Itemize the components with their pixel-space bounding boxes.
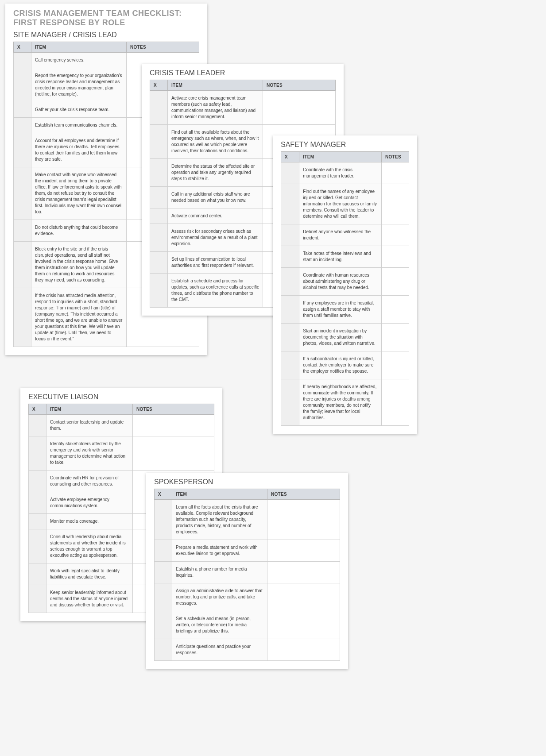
table-row: Start an incident investigation by docum… [281,324,409,351]
notes-cell[interactable] [382,296,409,324]
section-heading-crisis-team-leader: CRISIS TEAM LEADER [150,69,336,77]
checkbox-cell[interactable] [29,529,46,563]
notes-cell[interactable] [382,246,409,268]
checkbox-cell[interactable] [14,118,31,133]
checkbox-cell[interactable] [29,563,46,585]
checkbox-cell[interactable] [281,268,299,296]
table-row: Coordinate with human resources about ad… [281,268,409,296]
table-row: Set a schedule and means (in-person, wri… [155,611,340,639]
notes-cell[interactable] [382,324,409,351]
table-row: Debrief anyone who witnessed the inciden… [281,224,409,246]
item-cell: Contact senior leadership and update the… [46,415,133,436]
item-cell: Establish a schedule and process for upd… [168,274,263,308]
table-row: Learn all the facts about the crisis tha… [155,500,340,540]
notes-cell[interactable] [382,268,409,296]
checkbox-cell[interactable] [281,351,299,379]
item-cell: Coordinate with human resources about ad… [299,268,382,296]
item-cell: Start an incident investigation by docum… [299,324,382,351]
notes-cell[interactable] [382,162,409,184]
checkbox-cell[interactable] [150,91,168,125]
col-header-x: X [14,42,31,53]
checkbox-cell[interactable] [281,246,299,268]
item-cell: Activate command center. [168,208,263,224]
checkbox-cell[interactable] [155,562,172,583]
notes-cell[interactable] [263,91,336,125]
checkbox-cell[interactable] [14,102,31,118]
item-cell: Take notes of these interviews and start… [299,246,382,268]
notes-cell[interactable] [267,611,340,639]
item-cell: Monitor media coverage. [46,514,133,529]
col-header-notes: NOTES [267,489,340,500]
notes-cell[interactable] [133,436,214,471]
checkbox-cell[interactable] [14,288,31,347]
table-row: Establish a phone number for media inqui… [155,562,340,583]
table-spokesperson: X ITEM NOTES Learn all the facts about t… [154,489,340,661]
notes-cell[interactable] [267,540,340,562]
item-cell: Identify stakeholders affected by the em… [46,436,133,471]
checkbox-cell[interactable] [29,415,46,436]
item-cell: If a subcontractor is injured or killed,… [299,351,382,379]
checkbox-cell[interactable] [29,436,46,471]
notes-cell[interactable] [382,224,409,246]
notes-cell[interactable] [267,583,340,611]
checkbox-cell[interactable] [150,274,168,308]
table-row: If nearby neighborhoods are affected, co… [281,379,409,426]
item-cell: Block entry to the site and if the crisi… [31,242,127,288]
checkbox-cell[interactable] [155,639,172,661]
item-cell: Establish team communications channels. [31,118,127,133]
item-cell: If nearby neighborhoods are affected, co… [299,379,382,426]
col-header-notes: NOTES [133,404,214,415]
checkbox-cell[interactable] [155,540,172,562]
checkbox-cell[interactable] [29,585,46,613]
checkbox-cell[interactable] [150,224,168,252]
checkbox-cell[interactable] [155,611,172,639]
checkbox-cell[interactable] [155,500,172,540]
section-heading-site-manager: SITE MANAGER / CRISIS LEAD [13,31,199,39]
checkbox-cell[interactable] [150,125,168,159]
checkbox-cell[interactable] [29,492,46,514]
item-cell: Prepare a media statement and work with … [172,540,267,562]
item-cell: Set up lines of communication to local a… [168,252,263,274]
checkbox-cell[interactable] [150,187,168,208]
checkbox-cell[interactable] [29,514,46,529]
checkbox-cell[interactable] [150,159,168,187]
item-cell: Assign an administrative aide to answer … [172,583,267,611]
item-cell: Make contact with anyone who witnessed t… [31,167,127,220]
col-header-x: X [155,489,172,500]
checkbox-cell[interactable] [14,68,31,102]
item-cell: If any employees are in the hospital, as… [299,296,382,324]
notes-cell[interactable] [382,184,409,224]
notes-cell[interactable] [382,351,409,379]
checkbox-cell[interactable] [281,224,299,246]
checkbox-cell[interactable] [150,252,168,274]
section-heading-executive-liaison: EXECUTIVE LIAISON [28,393,214,401]
checkbox-cell[interactable] [14,53,31,68]
checkbox-cell[interactable] [155,583,172,611]
notes-cell[interactable] [267,639,340,661]
checkbox-cell[interactable] [14,133,31,167]
item-cell: Activate core crisis management team mem… [168,91,263,125]
checkbox-cell[interactable] [14,167,31,220]
checkbox-cell[interactable] [14,242,31,288]
item-cell: Account for all employees and determine … [31,133,127,167]
item-cell: Call in any additional crisis staff who … [168,187,263,208]
checkbox-cell[interactable] [281,296,299,324]
checkbox-cell[interactable] [150,208,168,224]
col-header-x: X [281,152,299,162]
notes-cell[interactable] [133,415,214,436]
checkbox-cell[interactable] [281,184,299,224]
checkbox-cell[interactable] [29,471,46,492]
checkbox-cell[interactable] [281,324,299,351]
notes-cell[interactable] [267,562,340,583]
table-row: If a subcontractor is injured or killed,… [281,351,409,379]
checkbox-cell[interactable] [14,220,31,242]
notes-cell[interactable] [382,379,409,426]
table-row: Identify stakeholders affected by the em… [29,436,214,471]
col-header-item: ITEM [299,152,382,162]
notes-cell[interactable] [267,500,340,540]
table-row: Anticipate questions and practice your r… [155,639,340,661]
checkbox-cell[interactable] [281,162,299,184]
section-heading-spokesperson: SPOKESPERSON [154,478,340,486]
checkbox-cell[interactable] [281,379,299,426]
item-cell: Determine the status of the affected sit… [168,159,263,187]
